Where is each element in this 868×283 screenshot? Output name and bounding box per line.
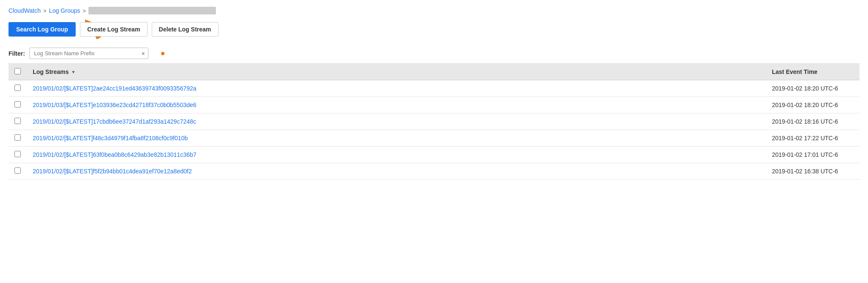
stream-name-cell: 2019/01/02/[$LATEST]f48c3d4979f14fba8f21… bbox=[27, 130, 766, 147]
breadcrumb-log-groups[interactable]: Log Groups bbox=[49, 7, 80, 14]
annotation-container: Search Log Group Create Log Stream Delet… bbox=[9, 22, 859, 37]
row-checkbox-5[interactable] bbox=[14, 167, 21, 174]
header-select-all[interactable] bbox=[9, 64, 27, 80]
breadcrumb-cloudwatch[interactable]: CloudWatch bbox=[9, 7, 41, 14]
filter-input-wrapper: × bbox=[29, 48, 148, 59]
col-streams-label: Log Streams bbox=[33, 68, 69, 75]
table-row: 2019/01/02/[$LATEST]63f0bea0b8c6429ab3e8… bbox=[9, 147, 859, 163]
create-log-stream-button[interactable]: Create Log Stream bbox=[80, 22, 147, 37]
stream-name-cell: 2019/01/03/[$LATEST]e103936e23cd42718f37… bbox=[27, 97, 766, 113]
last-event-cell: 2019-01-02 18:20 UTC-6 bbox=[766, 97, 859, 113]
table-row: 2019/01/02/[$LATEST]17cbdb6ee37247d1af29… bbox=[9, 113, 859, 130]
table-row: 2019/01/03/[$LATEST]e103936e23cd42718f37… bbox=[9, 97, 859, 113]
row-checkbox-cell bbox=[9, 130, 27, 147]
orange-dot-indicator bbox=[161, 52, 165, 55]
delete-log-stream-button[interactable]: Delete Log Stream bbox=[152, 22, 218, 37]
table-body: 2019/01/02/[$LATEST]2ae24cc191ed43639743… bbox=[9, 80, 859, 180]
stream-name-cell: 2019/01/02/[$LATEST]2ae24cc191ed43639743… bbox=[27, 80, 766, 97]
row-checkbox-2[interactable] bbox=[14, 118, 21, 124]
header-last-event: Last Event Time bbox=[766, 64, 859, 80]
row-checkbox-cell bbox=[9, 97, 27, 113]
stream-name-cell: 2019/01/02/[$LATEST]63f0bea0b8c6429ab3e8… bbox=[27, 147, 766, 163]
stream-link[interactable]: 2019/01/02/[$LATEST]2ae24cc191ed43639743… bbox=[33, 85, 196, 92]
last-event-cell: 2019-01-02 17:01 UTC-6 bbox=[766, 147, 859, 163]
filter-input[interactable] bbox=[29, 48, 148, 59]
row-checkbox-4[interactable] bbox=[14, 151, 21, 157]
table-header-row: Log Streams ▼ Last Event Time bbox=[9, 64, 859, 80]
row-checkbox-cell bbox=[9, 80, 27, 97]
sort-icon[interactable]: ▼ bbox=[71, 70, 76, 74]
select-all-checkbox[interactable] bbox=[14, 68, 21, 74]
stream-link[interactable]: 2019/01/02/[$LATEST]f48c3d4979f14fba8f21… bbox=[33, 135, 188, 142]
stream-link[interactable]: 2019/01/02/[$LATEST]f5f2b94bb01c4dea91ef… bbox=[33, 168, 192, 175]
row-checkbox-cell bbox=[9, 147, 27, 163]
filter-label: Filter: bbox=[9, 50, 25, 57]
last-event-cell: 2019-01-02 16:38 UTC-6 bbox=[766, 163, 859, 180]
header-log-streams: Log Streams ▼ bbox=[27, 64, 766, 80]
log-streams-table: Log Streams ▼ Last Event Time 2019/01/02… bbox=[9, 64, 859, 180]
row-checkbox-0[interactable] bbox=[14, 85, 21, 91]
breadcrumb-sep-2: > bbox=[83, 8, 86, 14]
stream-name-cell: 2019/01/02/[$LATEST]17cbdb6ee37247d1af29… bbox=[27, 113, 766, 130]
breadcrumb-current-group bbox=[88, 7, 216, 14]
table-row: 2019/01/02/[$LATEST]f5f2b94bb01c4dea91ef… bbox=[9, 163, 859, 180]
stream-name-cell: 2019/01/02/[$LATEST]f5f2b94bb01c4dea91ef… bbox=[27, 163, 766, 180]
stream-link[interactable]: 2019/01/02/[$LATEST]63f0bea0b8c6429ab3e8… bbox=[33, 151, 196, 158]
table-row: 2019/01/02/[$LATEST]2ae24cc191ed43639743… bbox=[9, 80, 859, 97]
breadcrumb: CloudWatch > Log Groups > bbox=[9, 7, 859, 14]
search-log-group-button[interactable]: Search Log Group bbox=[9, 22, 76, 37]
filter-row: Filter: × bbox=[9, 43, 859, 64]
row-checkbox-1[interactable] bbox=[14, 101, 21, 108]
last-event-cell: 2019-01-02 18:16 UTC-6 bbox=[766, 113, 859, 130]
stream-link[interactable]: 2019/01/03/[$LATEST]e103936e23cd42718f37… bbox=[33, 102, 196, 108]
toolbar: Search Log Group Create Log Stream Delet… bbox=[9, 22, 859, 37]
row-checkbox-cell bbox=[9, 113, 27, 130]
row-checkbox-3[interactable] bbox=[14, 134, 21, 141]
filter-clear-button[interactable]: × bbox=[142, 51, 145, 57]
stream-link[interactable]: 2019/01/02/[$LATEST]17cbdb6ee37247d1af29… bbox=[33, 118, 196, 125]
last-event-cell: 2019-01-02 17:22 UTC-6 bbox=[766, 130, 859, 147]
table-row: 2019/01/02/[$LATEST]f48c3d4979f14fba8f21… bbox=[9, 130, 859, 147]
breadcrumb-sep-1: > bbox=[43, 8, 47, 14]
last-event-cell: 2019-01-02 18:20 UTC-6 bbox=[766, 80, 859, 97]
row-checkbox-cell bbox=[9, 163, 27, 180]
